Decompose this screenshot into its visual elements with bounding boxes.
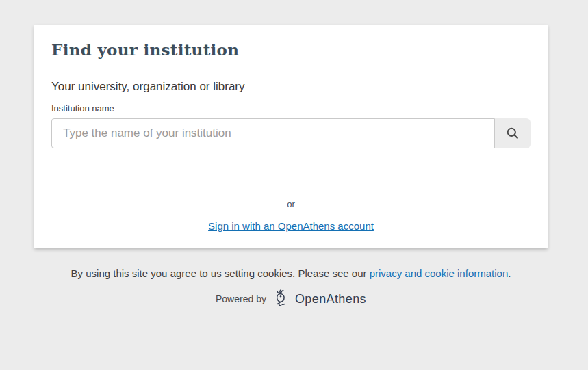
page-wrapper: Find your institution Your university, o… [34,25,548,309]
search-icon [506,127,520,140]
find-institution-card: Find your institution Your university, o… [34,25,548,248]
institution-name-label: Institution name [51,103,531,114]
page-title: Find your institution [51,40,531,59]
divider-line-right [302,204,369,204]
signin-row: Sign in with an OpenAthens account [51,220,531,233]
or-divider: or [51,199,531,209]
divider-text: or [280,199,302,209]
cookie-notice: By using this site you agree to us setti… [34,267,548,279]
cookie-text-period: . [508,267,511,279]
institution-search-row [51,118,531,148]
powered-by-label: Powered by [216,293,266,304]
privacy-cookie-link[interactable]: privacy and cookie information [370,267,509,279]
openathens-signin-link[interactable]: Sign in with an OpenAthens account [208,220,374,232]
institution-search-input[interactable] [51,118,495,148]
subtitle: Your university, organization or library [51,80,531,94]
cookie-text: By using this site you agree to us setti… [71,267,370,279]
openathens-owl-icon [272,289,290,309]
divider-line-left [213,204,280,204]
powered-by-row: Powered by OpenAthens [34,289,548,309]
search-button[interactable] [495,118,531,148]
openathens-wordmark: OpenAthens [295,292,366,306]
